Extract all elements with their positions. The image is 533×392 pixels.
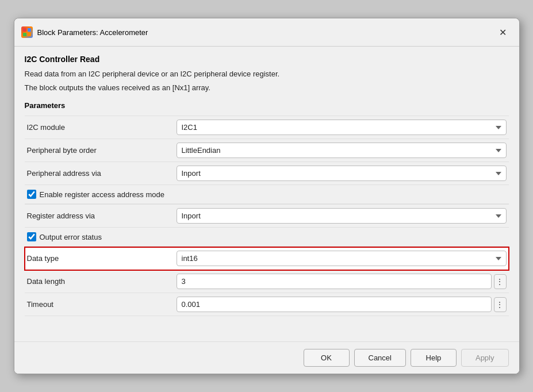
- table-row: Peripheral byte order LittleEndian BigEn…: [25, 139, 509, 162]
- enable-register-row: Enable register access address mode: [25, 185, 509, 204]
- param-label-i2c-module: I2C module: [25, 116, 174, 139]
- param-value-timeout: ⋮: [174, 293, 509, 316]
- close-button[interactable]: ✕: [495, 24, 511, 40]
- title-bar: Block Parameters: Accelerometer ✕: [14, 18, 519, 47]
- param-label-periph-addr: Peripheral address via: [25, 162, 174, 185]
- section-parameters: Parameters: [25, 101, 509, 110]
- params-table: I2C module I2C1 I2C2 I2C3 Peripheral byt…: [25, 116, 509, 185]
- enable-register-checkbox[interactable]: [27, 190, 36, 199]
- svg-rect-1: [28, 28, 31, 32]
- cancel-button[interactable]: Cancel: [354, 349, 406, 367]
- dialog-icon: [21, 26, 33, 38]
- reg-addr-dropdown[interactable]: Inport Dialog: [177, 208, 507, 224]
- apply-button[interactable]: Apply: [461, 349, 509, 367]
- data-length-row: Data length ⋮: [25, 270, 509, 293]
- param-value-periph-addr: Inport Dialog: [174, 162, 509, 185]
- output-error-row: Output error status: [25, 228, 509, 247]
- svg-rect-2: [23, 33, 26, 36]
- param-label-byte-order: Peripheral byte order: [25, 139, 174, 162]
- data-length-dots-button[interactable]: ⋮: [494, 274, 507, 289]
- table-row: Register address via Inport Dialog: [25, 205, 509, 228]
- ok-button[interactable]: OK: [304, 349, 350, 367]
- timeout-input[interactable]: [177, 297, 492, 312]
- data-type-row: Data type int8 uint8 int16 uint16 int32 …: [25, 247, 509, 270]
- svg-rect-3: [28, 33, 31, 36]
- dialog-window: Block Parameters: Accelerometer ✕ I2C Co…: [14, 18, 520, 374]
- param-label-reg-addr: Register address via: [25, 205, 174, 228]
- param-label-data-length: Data length: [25, 270, 174, 293]
- block-title: I2C Controller Read: [25, 55, 509, 64]
- svg-rect-0: [23, 28, 26, 32]
- data-length-input[interactable]: [177, 274, 492, 289]
- param-value-byte-order: LittleEndian BigEndian: [174, 139, 509, 162]
- data-type-dropdown[interactable]: int8 uint8 int16 uint16 int32 uint32 sin…: [177, 251, 507, 266]
- enable-register-label[interactable]: Enable register access address mode: [40, 190, 165, 199]
- table-row: I2C module I2C1 I2C2 I2C3: [25, 116, 509, 139]
- param-value-data-length: ⋮: [174, 270, 509, 293]
- table-row: Peripheral address via Inport Dialog: [25, 162, 509, 185]
- timeout-row: Timeout ⋮: [25, 293, 509, 316]
- periph-addr-dropdown[interactable]: Inport Dialog: [177, 166, 507, 181]
- title-bar-left: Block Parameters: Accelerometer: [21, 26, 148, 38]
- param-label-timeout: Timeout: [25, 293, 174, 316]
- help-button[interactable]: Help: [411, 349, 457, 367]
- byte-order-dropdown[interactable]: LittleEndian BigEndian: [177, 143, 507, 158]
- data-length-input-group: ⋮: [177, 274, 507, 289]
- description: Read data from an I2C peripheral device …: [25, 68, 509, 93]
- output-error-checkbox[interactable]: [27, 232, 36, 241]
- timeout-input-group: ⋮: [177, 297, 507, 312]
- param-label-data-type: Data type: [25, 247, 174, 270]
- param-value-data-type: int8 uint8 int16 uint16 int32 uint32 sin…: [174, 247, 509, 270]
- dialog-footer: OK Cancel Help Apply: [14, 341, 519, 374]
- param-value-reg-addr: Inport Dialog: [174, 205, 509, 228]
- params-table-3: Data type int8 uint8 int16 uint16 int32 …: [25, 247, 509, 316]
- timeout-dots-button[interactable]: ⋮: [494, 297, 507, 312]
- param-value-i2c-module: I2C1 I2C2 I2C3: [174, 116, 509, 139]
- output-error-label[interactable]: Output error status: [40, 233, 102, 241]
- dialog-content: I2C Controller Read Read data from an I2…: [14, 47, 519, 341]
- dialog-title: Block Parameters: Accelerometer: [37, 28, 148, 37]
- i2c-module-dropdown[interactable]: I2C1 I2C2 I2C3: [177, 120, 507, 135]
- params-table-2: Register address via Inport Dialog: [25, 204, 509, 228]
